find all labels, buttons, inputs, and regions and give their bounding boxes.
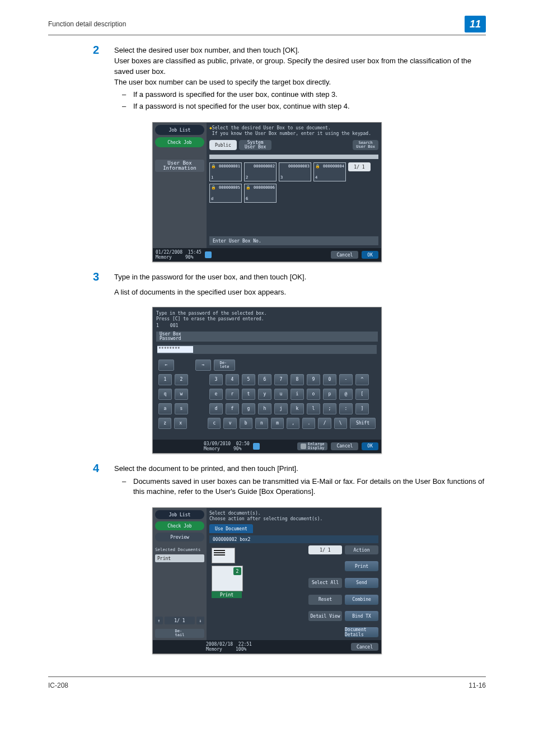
keyboard-key[interactable]: i bbox=[291, 389, 304, 400]
document-thumbnail[interactable] bbox=[212, 548, 235, 563]
cancel-button[interactable]: Cancel bbox=[351, 643, 378, 651]
detail-toggle-button[interactable]: De- tail bbox=[155, 629, 204, 638]
key-row-2: q w e r t y u i o p @ [ bbox=[158, 389, 376, 400]
userbox-item[interactable]: 0000000022 bbox=[244, 162, 277, 181]
keyboard-key[interactable]: 9 bbox=[307, 374, 320, 385]
lock-icon: 🔒 bbox=[315, 164, 320, 169]
keyboard-key[interactable]: \ bbox=[334, 418, 347, 429]
cancel-button[interactable]: Cancel bbox=[331, 442, 358, 450]
keyboard-key[interactable]: 4 bbox=[226, 374, 239, 385]
keyboard-key[interactable]: 1 bbox=[158, 374, 172, 385]
screenshot-document-select: Job List Check Job Preview Selected Docu… bbox=[152, 507, 382, 654]
tab-system-userbox[interactable]: System User Box bbox=[239, 140, 272, 150]
search-userbox-button[interactable]: Search User Box bbox=[353, 140, 378, 150]
keyboard-key[interactable]: ; bbox=[323, 403, 336, 414]
keyboard-key[interactable]: y bbox=[258, 389, 271, 400]
tab-userbox-password[interactable]: User Box Password bbox=[156, 332, 378, 342]
keyboard-key[interactable]: h bbox=[258, 403, 271, 414]
keyboard-key[interactable]: - bbox=[339, 374, 353, 385]
enter-userbox-no[interactable]: Enter User Box No. bbox=[209, 236, 378, 245]
key-shift[interactable]: Shift bbox=[350, 418, 376, 429]
keyboard-key[interactable]: x bbox=[174, 418, 187, 429]
keyboard-key[interactable]: 2 bbox=[175, 374, 188, 385]
preview-button[interactable]: Preview bbox=[155, 533, 204, 542]
check-job-button[interactable]: Check Job bbox=[155, 137, 204, 147]
keyboard-key[interactable]: u bbox=[274, 389, 288, 400]
keyboard-key[interactable]: a bbox=[158, 403, 172, 414]
print-action-button[interactable]: Print bbox=[345, 561, 378, 571]
job-list-button[interactable]: Job List bbox=[155, 510, 204, 519]
userbox-item[interactable]: 🔒000000005d bbox=[209, 184, 242, 203]
keyboard-key[interactable]: @ bbox=[339, 389, 353, 400]
step2-bullet2: If a password is not specified for the u… bbox=[133, 101, 350, 112]
keyboard-key[interactable]: 8 bbox=[291, 374, 304, 385]
userbox-item[interactable]: 🔒0000000011 bbox=[209, 162, 242, 181]
keyboard-key[interactable]: e bbox=[209, 389, 223, 400]
send-action-button[interactable]: Send bbox=[345, 578, 378, 588]
enlarge-display-button[interactable]: Enlarge Display bbox=[297, 442, 328, 450]
key-row-4: z x c v b n m , . / \ Shift bbox=[158, 418, 376, 429]
keyboard-key[interactable]: j bbox=[274, 403, 288, 414]
userbox-information-button[interactable]: User Box Information bbox=[155, 160, 204, 172]
select-all-button[interactable]: Select All bbox=[308, 578, 342, 588]
keyboard-key[interactable]: n bbox=[255, 418, 268, 429]
keyboard-key[interactable]: k bbox=[291, 403, 304, 414]
page-down-button[interactable]: ↓ bbox=[196, 617, 204, 624]
keyboard-key[interactable]: s bbox=[175, 403, 188, 414]
keyboard-key[interactable]: , bbox=[287, 418, 299, 429]
key-right-arrow[interactable]: → bbox=[195, 360, 211, 371]
keyboard-key[interactable]: w bbox=[175, 389, 188, 400]
cancel-button[interactable]: Cancel bbox=[331, 251, 358, 259]
reset-button[interactable]: Reset bbox=[308, 595, 342, 605]
lock-icon: 🔒 bbox=[246, 185, 251, 190]
keyboard-key[interactable]: z bbox=[158, 418, 171, 429]
keyboard-key[interactable]: b bbox=[240, 418, 252, 429]
keyboard-key[interactable]: [ bbox=[355, 389, 369, 400]
keyboard-key[interactable]: m bbox=[271, 418, 284, 429]
userbox-item[interactable]: 🔒0000000044 bbox=[313, 162, 346, 181]
thumbnail-caption: Print bbox=[212, 591, 242, 598]
tab-public[interactable]: Public bbox=[209, 140, 237, 150]
userbox-item[interactable]: 🔒0000000066 bbox=[244, 184, 277, 203]
document-thumbnail-selected[interactable]: 2 bbox=[212, 566, 243, 591]
detail-view-button[interactable]: Detail View bbox=[308, 611, 342, 621]
keyboard-key[interactable]: . bbox=[302, 418, 315, 429]
keyboard-key[interactable]: d bbox=[209, 403, 223, 414]
job-list-button[interactable]: Job List bbox=[155, 125, 204, 135]
step2-line3: The user box number can be used to speci… bbox=[114, 77, 486, 88]
check-job-button[interactable]: Check Job bbox=[155, 521, 204, 530]
ok-button[interactable]: OK bbox=[362, 251, 378, 259]
keyboard-key[interactable]: 6 bbox=[258, 374, 271, 385]
userbox-item[interactable]: 0000000033 bbox=[279, 162, 311, 181]
keyboard-key[interactable]: 0 bbox=[323, 374, 336, 385]
keyboard-key[interactable]: l bbox=[307, 403, 320, 414]
keyboard-key[interactable]: p bbox=[323, 389, 336, 400]
keyboard-key[interactable]: ^ bbox=[355, 374, 369, 385]
keyboard-key[interactable]: ] bbox=[355, 403, 369, 414]
key-delete[interactable]: De- lete bbox=[214, 360, 235, 371]
keyboard-key[interactable]: 3 bbox=[209, 374, 223, 385]
keyboard-key[interactable]: f bbox=[226, 403, 239, 414]
page-up-button[interactable]: ↑ bbox=[155, 617, 163, 624]
tab-use-document[interactable]: Use Document bbox=[209, 524, 253, 533]
step-number-2: 2 bbox=[93, 44, 104, 57]
keyboard-key[interactable]: : bbox=[339, 403, 353, 414]
keyboard-key[interactable]: 5 bbox=[242, 374, 255, 385]
key-left-arrow[interactable]: ← bbox=[158, 360, 174, 371]
status-icon bbox=[253, 443, 260, 450]
keyboard-key[interactable]: t bbox=[242, 389, 255, 400]
keyboard-key[interactable]: v bbox=[223, 418, 236, 429]
keyboard-key[interactable]: o bbox=[307, 389, 320, 400]
keyboard-key[interactable]: c bbox=[208, 418, 221, 429]
divider-strip bbox=[209, 155, 378, 159]
keyboard-key[interactable]: q bbox=[158, 389, 172, 400]
document-details-button[interactable]: Document Details bbox=[345, 627, 378, 637]
bind-tx-action-button[interactable]: Bind TX bbox=[345, 611, 378, 621]
ok-button[interactable]: OK bbox=[362, 442, 378, 450]
keyboard-key[interactable]: g bbox=[242, 403, 255, 414]
keyboard-key[interactable]: r bbox=[226, 389, 239, 400]
password-input[interactable]: ******** bbox=[157, 346, 193, 353]
combine-action-button[interactable]: Combine bbox=[345, 595, 378, 605]
keyboard-key[interactable]: / bbox=[318, 418, 331, 429]
keyboard-key[interactable]: 7 bbox=[274, 374, 288, 385]
